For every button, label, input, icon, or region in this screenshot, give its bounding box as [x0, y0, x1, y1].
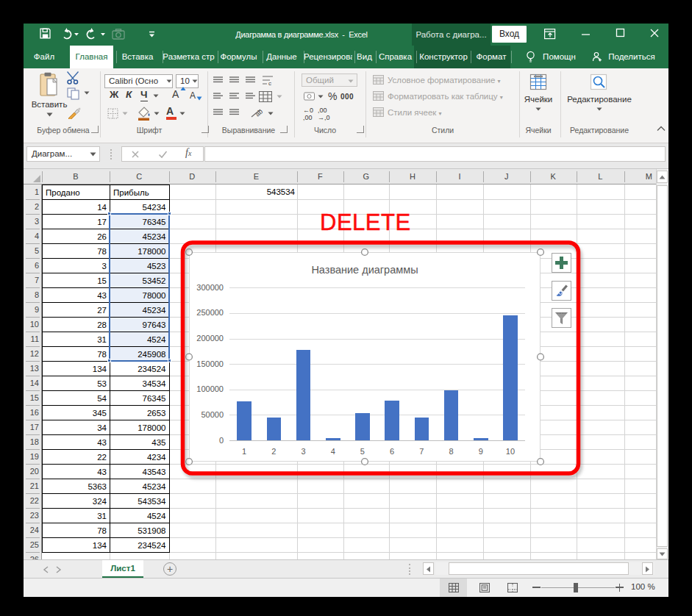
svg-text:ab: ab — [254, 107, 264, 118]
svg-text:c: c — [268, 80, 271, 87]
